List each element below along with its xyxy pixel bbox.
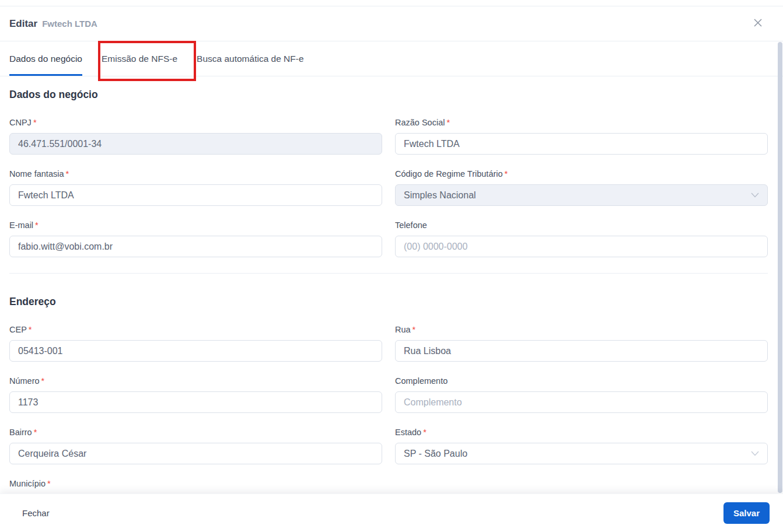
- form-row: CEP* Rua*: [9, 324, 768, 362]
- close-icon: [753, 18, 763, 30]
- tab-dados-do-negocio[interactable]: Dados do negócio: [9, 42, 82, 76]
- required-asterisk: *: [505, 169, 508, 178]
- cnpj-label: CNPJ*: [9, 117, 382, 128]
- form-row: Nome fantasia* Código de Regime Tributár…: [9, 169, 768, 206]
- numero-label: Número*: [9, 376, 382, 386]
- field-regime-tributario: Código de Regime Tributário* Simples Nac…: [395, 169, 768, 206]
- tab-emissao-nfse[interactable]: Emissão de NFS-e: [102, 42, 177, 76]
- required-asterisk: *: [413, 325, 416, 334]
- chevron-down-icon: [751, 192, 759, 198]
- municipio-label: Município*: [9, 478, 382, 489]
- rua-input[interactable]: [395, 340, 768, 362]
- field-email: E-mail*: [9, 220, 382, 257]
- telefone-label: Telefone: [395, 220, 768, 230]
- cnpj-input[interactable]: [9, 133, 382, 155]
- email-input[interactable]: [9, 236, 382, 257]
- field-nome-fantasia: Nome fantasia*: [9, 169, 382, 206]
- section-divider: [9, 273, 768, 274]
- close-button[interactable]: [751, 18, 764, 30]
- required-asterisk: *: [423, 428, 427, 437]
- section-heading-business: Dados do negócio: [9, 88, 768, 101]
- modal-title: Editar: [9, 18, 37, 30]
- estado-value: SP - São Paulo: [404, 449, 467, 459]
- required-asterisk: *: [446, 118, 450, 127]
- field-cnpj: CNPJ*: [9, 117, 382, 155]
- field-razao-social: Razão Social*: [395, 117, 768, 155]
- field-complemento: Complemento: [395, 376, 768, 413]
- field-bairro: Bairro*: [9, 427, 382, 464]
- field-cep: CEP*: [9, 324, 382, 362]
- numero-input[interactable]: [9, 391, 382, 413]
- modal-subtitle: Fwtech LTDA: [42, 19, 97, 29]
- required-asterisk: *: [34, 428, 37, 437]
- cep-label: CEP*: [9, 324, 382, 335]
- section-heading-address: Endereço: [9, 295, 768, 308]
- required-asterisk: *: [41, 376, 45, 386]
- bairro-label: Bairro*: [9, 427, 382, 438]
- tab-busca-automatica-nfe[interactable]: Busca automática de NF-e: [197, 42, 304, 76]
- modal-footer: Fechar Salvar: [0, 494, 783, 532]
- razao-social-input[interactable]: [395, 133, 768, 155]
- bairro-input[interactable]: [9, 443, 382, 464]
- razao-social-label: Razão Social*: [395, 117, 768, 128]
- required-asterisk: *: [47, 479, 51, 488]
- close-footer-button[interactable]: Fechar: [22, 508, 50, 518]
- required-asterisk: *: [33, 118, 37, 127]
- nome-fantasia-label: Nome fantasia*: [9, 169, 382, 179]
- rua-label: Rua*: [395, 324, 768, 335]
- form-row: E-mail* Telefone: [9, 220, 768, 257]
- complemento-label: Complemento: [395, 376, 768, 386]
- scrollbar-thumb[interactable]: [778, 42, 782, 493]
- modal-header: Editar Fwtech LTDA: [0, 6, 783, 41]
- tab-bar: Dados do negócio Emissão de NFS-e Busca …: [0, 42, 783, 76]
- field-estado: Estado* SP - São Paulo: [395, 427, 768, 464]
- estado-select[interactable]: SP - São Paulo: [395, 443, 768, 464]
- field-numero: Número*: [9, 376, 382, 413]
- cep-input[interactable]: [9, 340, 382, 362]
- field-rua: Rua*: [395, 324, 768, 362]
- estado-label: Estado*: [395, 427, 768, 438]
- modal-body: Dados do negócio CNPJ* Razão Social* Nom…: [0, 77, 783, 532]
- regime-tributario-label: Código de Regime Tributário*: [395, 169, 768, 179]
- field-telefone: Telefone: [395, 220, 768, 257]
- telefone-input[interactable]: [395, 236, 768, 257]
- save-button[interactable]: Salvar: [723, 502, 770, 524]
- required-asterisk: *: [66, 169, 69, 178]
- form-row: Número* Complemento: [9, 376, 768, 413]
- regime-tributario-value: Simples Nacional: [404, 190, 476, 201]
- required-asterisk: *: [29, 325, 32, 334]
- required-asterisk: *: [35, 220, 39, 230]
- form-row: CNPJ* Razão Social*: [9, 117, 768, 155]
- complemento-input[interactable]: [395, 391, 768, 413]
- email-label: E-mail*: [9, 220, 382, 230]
- chevron-down-icon: [751, 451, 759, 456]
- regime-tributario-select[interactable]: Simples Nacional: [395, 184, 768, 206]
- nome-fantasia-input[interactable]: [9, 184, 382, 206]
- edit-business-modal: Editar Fwtech LTDA Dados do negócio Emis…: [0, 0, 783, 532]
- form-row: Bairro* Estado* SP - São Paulo: [9, 427, 768, 464]
